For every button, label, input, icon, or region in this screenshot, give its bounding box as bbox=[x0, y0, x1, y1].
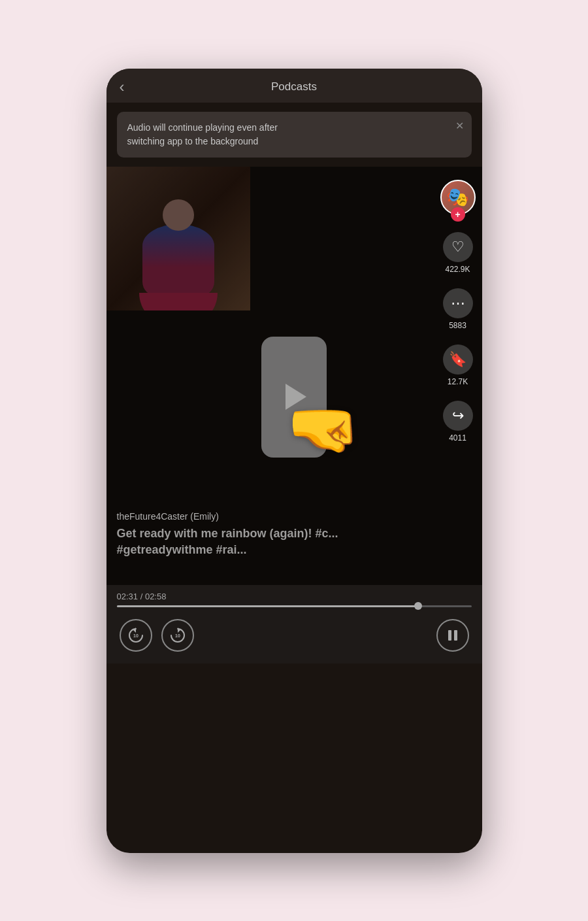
header: ‹ Podcasts bbox=[106, 69, 482, 103]
pause-button[interactable] bbox=[436, 619, 469, 652]
forward-icon: 10 bbox=[169, 626, 187, 645]
progress-dot bbox=[414, 602, 422, 610]
time-row: 02:31 / 02:58 bbox=[106, 585, 482, 605]
like-count: 422.9K bbox=[445, 265, 470, 274]
share-button[interactable]: ↪ 4011 bbox=[443, 401, 473, 443]
forward-button[interactable]: 10 bbox=[161, 619, 194, 652]
share-icon: ↪ bbox=[443, 401, 473, 431]
rewind-icon: 10 bbox=[127, 626, 145, 645]
comment-count: 5883 bbox=[449, 321, 466, 330]
progress-track[interactable] bbox=[117, 605, 472, 607]
share-count: 4011 bbox=[449, 433, 466, 443]
phone-frame: ‹ Podcasts Audio will continue playing e… bbox=[106, 69, 482, 853]
notification-close-button[interactable]: ✕ bbox=[455, 120, 464, 132]
total-time: 02:58 bbox=[145, 592, 167, 601]
svg-rect-4 bbox=[448, 630, 451, 641]
sidebar-actions: 🎭 + ♡ 422.9K ⋯ 5883 🔖 12.7K ↪ bbox=[440, 180, 476, 443]
bookmark-button[interactable]: 🔖 12.7K bbox=[443, 344, 473, 386]
heart-icon: ♡ bbox=[443, 232, 473, 262]
header-title: Podcasts bbox=[271, 80, 317, 93]
back-button[interactable]: ‹ bbox=[120, 78, 125, 96]
username: theFuture4Caster (Emily) bbox=[117, 511, 430, 522]
avatar-face: 🎭 bbox=[446, 186, 469, 208]
progress-fill bbox=[117, 605, 419, 607]
hand-gesture-icon: 🤜 bbox=[287, 394, 360, 463]
svg-text:10: 10 bbox=[133, 633, 139, 638]
user-info: theFuture4Caster (Emily) Get ready with … bbox=[117, 511, 430, 558]
svg-text:10: 10 bbox=[175, 633, 180, 638]
bookmark-count: 12.7K bbox=[448, 377, 468, 386]
comment-button[interactable]: ⋯ 5883 bbox=[443, 288, 473, 330]
bookmark-icon: 🔖 bbox=[443, 344, 473, 375]
video-caption: Get ready with me rainbow (again)! #c...… bbox=[117, 526, 430, 558]
rewind-button[interactable]: 10 bbox=[120, 619, 152, 652]
time-separator: / bbox=[140, 592, 145, 601]
notification-banner: Audio will continue playing even after s… bbox=[117, 112, 472, 158]
avatar-wrapper: 🎭 + bbox=[440, 180, 476, 215]
notification-text: Audio will continue playing even after s… bbox=[127, 121, 446, 148]
pause-icon bbox=[446, 628, 460, 643]
like-button[interactable]: ♡ 422.9K bbox=[443, 232, 473, 274]
video-area[interactable]: 🤜 theFuture4Caster (Emily) Get ready wit… bbox=[106, 167, 482, 663]
current-time: 02:31 bbox=[117, 592, 139, 601]
playback-controls: 10 10 bbox=[106, 612, 482, 663]
progress-bar-wrapper[interactable] bbox=[106, 605, 482, 607]
comment-icon: ⋯ bbox=[443, 288, 473, 318]
follow-button[interactable]: + bbox=[451, 207, 465, 222]
svg-rect-5 bbox=[454, 630, 457, 641]
progress-area: 02:31 / 02:58 10 bbox=[106, 585, 482, 663]
